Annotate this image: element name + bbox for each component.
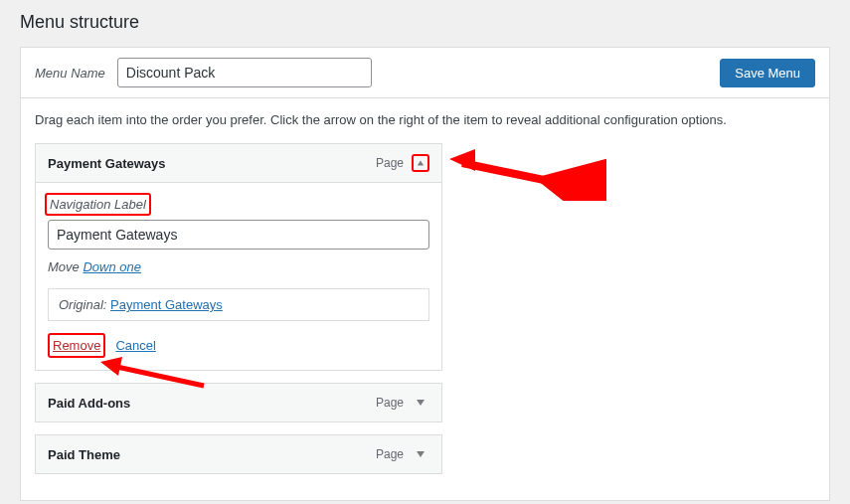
section-title: Menu structure xyxy=(20,0,830,47)
menu-item-settings: Navigation Label Move Down one Original:… xyxy=(36,182,441,370)
menu-name-input[interactable] xyxy=(117,58,372,87)
svg-marker-2 xyxy=(417,451,425,457)
save-menu-button[interactable]: Save Menu xyxy=(720,59,815,87)
menu-name-label: Menu Name xyxy=(35,66,105,81)
expand-icon[interactable] xyxy=(412,445,429,463)
menu-item-bar[interactable]: Paid Theme Page xyxy=(36,435,441,473)
original-box: Original: Payment Gateways xyxy=(48,288,429,321)
menu-body: Drag each item into the order you prefer… xyxy=(21,98,829,500)
svg-line-4 xyxy=(462,163,596,191)
annotation-arrow-icon xyxy=(447,141,606,201)
menu-item-bar[interactable]: Payment Gateways Page xyxy=(36,144,441,182)
svg-marker-1 xyxy=(417,400,425,406)
collapse-icon[interactable] xyxy=(412,154,429,172)
navigation-label-input[interactable] xyxy=(48,220,429,250)
svg-marker-0 xyxy=(418,161,424,166)
move-down-link[interactable]: Down one xyxy=(83,259,141,274)
remove-link[interactable]: Remove xyxy=(53,338,100,353)
menu-header: Menu Name Save Menu xyxy=(21,48,829,98)
menu-item-type-label: Page xyxy=(376,447,404,461)
menu-item-type-label: Page xyxy=(376,396,404,410)
drag-instructions: Drag each item into the order you prefer… xyxy=(35,112,815,127)
move-label: Move xyxy=(48,259,80,274)
cancel-link[interactable]: Cancel xyxy=(115,338,155,353)
menu-item: Payment Gateways Page Navigation Label xyxy=(35,143,442,371)
menu-edit-panel: Menu Name Save Menu Drag each item into … xyxy=(20,47,830,501)
original-label: Original: xyxy=(59,297,106,312)
menu-items-list: Payment Gateways Page Navigation Label xyxy=(35,143,442,474)
menu-item-bar[interactable]: Paid Add-ons Page xyxy=(36,384,441,421)
menu-item-title: Payment Gateways xyxy=(48,156,166,171)
menu-item-title: Paid Add-ons xyxy=(48,396,130,411)
svg-marker-5 xyxy=(449,149,475,171)
menu-item: Paid Theme Page xyxy=(35,434,442,474)
menu-item-title: Paid Theme xyxy=(48,447,120,462)
expand-icon[interactable] xyxy=(412,394,429,412)
original-link[interactable]: Payment Gateways xyxy=(110,297,223,312)
menu-item-type-label: Page xyxy=(376,156,404,170)
navigation-label-text: Navigation Label xyxy=(45,193,151,216)
menu-item: Paid Add-ons Page xyxy=(35,383,442,422)
